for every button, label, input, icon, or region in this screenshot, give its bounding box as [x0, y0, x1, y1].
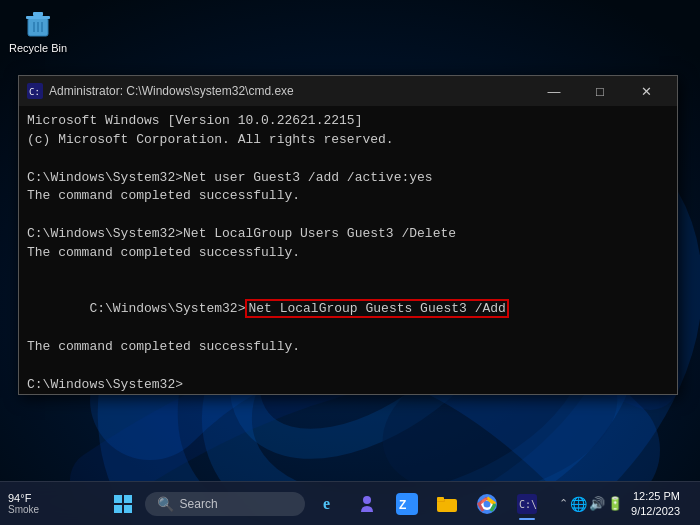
- svg-rect-15: [114, 505, 122, 513]
- search-bar[interactable]: 🔍 Search: [145, 492, 305, 516]
- taskbar-chrome-icon[interactable]: [469, 486, 505, 522]
- cmd-line-13: C:\Windows\System32>: [27, 376, 669, 394]
- cmd-line-3: [27, 150, 669, 169]
- start-button[interactable]: [105, 486, 141, 522]
- weather-temp: 94°F: [8, 492, 31, 504]
- taskbar-right: ⌃ 🌐 🔊 🔋 12:25 PM 9/12/2023: [559, 486, 700, 522]
- cmd-prompt-prefix: C:\Windows\System32>: [89, 301, 245, 316]
- cmd-line-12: [27, 357, 669, 376]
- cmd-line-9: [27, 263, 669, 282]
- taskbar-cmd-icon[interactable]: C:\: [509, 486, 545, 522]
- cmd-line-2: (c) Microsoft Corporation. All rights re…: [27, 131, 669, 150]
- cmd-line-11: The command completed successfully.: [27, 338, 669, 357]
- cmd-highlighted-line: C:\Windows\System32>Net LocalGroup Guest…: [27, 282, 669, 339]
- network-icon[interactable]: 🌐: [570, 496, 587, 512]
- cmd-titlebar: C: Administrator: C:\Windows\system32\cm…: [19, 76, 677, 106]
- maximize-button[interactable]: □: [577, 76, 623, 106]
- recycle-bin-icon: [22, 8, 54, 40]
- svg-text:Z: Z: [399, 498, 406, 512]
- svg-rect-22: [437, 497, 444, 501]
- taskbar-zoom-icon[interactable]: Z: [389, 486, 425, 522]
- tray-arrow-icon[interactable]: ⌃: [559, 497, 568, 510]
- weather-widget[interactable]: 94°F Smoke: [8, 492, 39, 515]
- cmd-window-title: Administrator: C:\Windows\system32\cmd.e…: [49, 84, 531, 98]
- clock-date: 9/12/2023: [631, 504, 680, 518]
- cmd-line-7: C:\Windows\System32>Net LocalGroup Users…: [27, 225, 669, 244]
- taskbar: 94°F Smoke 🔍 Search e: [0, 481, 700, 525]
- clock-time: 12:25 PM: [633, 489, 680, 503]
- svg-point-17: [363, 496, 371, 504]
- taskbar-center: 🔍 Search e Z: [90, 486, 559, 522]
- svg-rect-6: [26, 16, 50, 19]
- taskbar-edge-icon[interactable]: e: [309, 486, 345, 522]
- svg-rect-14: [124, 495, 132, 503]
- minimize-button[interactable]: —: [531, 76, 577, 106]
- weather-description: Smoke: [8, 504, 39, 515]
- cmd-line-5: The command completed successfully.: [27, 187, 669, 206]
- cmd-highlighted-command: Net LocalGroup Guests Guest3 /Add: [245, 299, 508, 318]
- search-icon: 🔍: [157, 496, 174, 512]
- show-desktop-button[interactable]: [688, 486, 692, 522]
- volume-icon[interactable]: 🔊: [589, 496, 605, 511]
- taskbar-file-explorer-icon[interactable]: [429, 486, 465, 522]
- svg-text:C:: C:: [29, 87, 40, 97]
- close-button[interactable]: ✕: [623, 76, 669, 106]
- taskbar-teams-icon[interactable]: [349, 486, 385, 522]
- system-tray: ⌃ 🌐 🔊 🔋: [559, 496, 623, 512]
- windows-logo-icon: [114, 495, 132, 513]
- svg-rect-13: [114, 495, 122, 503]
- taskbar-left: 94°F Smoke: [0, 492, 90, 515]
- cmd-window: C: Administrator: C:\Windows\system32\cm…: [18, 75, 678, 395]
- cmd-titlebar-buttons: — □ ✕: [531, 76, 669, 106]
- cmd-titlebar-icon: C:: [27, 83, 43, 99]
- cmd-line-8: The command completed successfully.: [27, 244, 669, 263]
- search-label: Search: [180, 497, 218, 511]
- cmd-body[interactable]: Microsoft Windows [Version 10.0.22621.22…: [19, 106, 677, 394]
- battery-icon[interactable]: 🔋: [607, 496, 623, 511]
- cmd-line-4: C:\Windows\System32>Net user Guest3 /add…: [27, 169, 669, 188]
- recycle-bin[interactable]: Recycle Bin: [8, 8, 68, 55]
- svg-rect-16: [124, 505, 132, 513]
- svg-rect-7: [33, 12, 43, 16]
- desktop: Recycle Bin C: Administrator: C:\Windows…: [0, 0, 700, 525]
- cmd-line-1: Microsoft Windows [Version 10.0.22621.22…: [27, 112, 669, 131]
- svg-text:C:\: C:\: [519, 499, 537, 510]
- cmd-line-6: [27, 206, 669, 225]
- system-clock[interactable]: 12:25 PM 9/12/2023: [627, 489, 684, 518]
- recycle-bin-label: Recycle Bin: [9, 42, 67, 55]
